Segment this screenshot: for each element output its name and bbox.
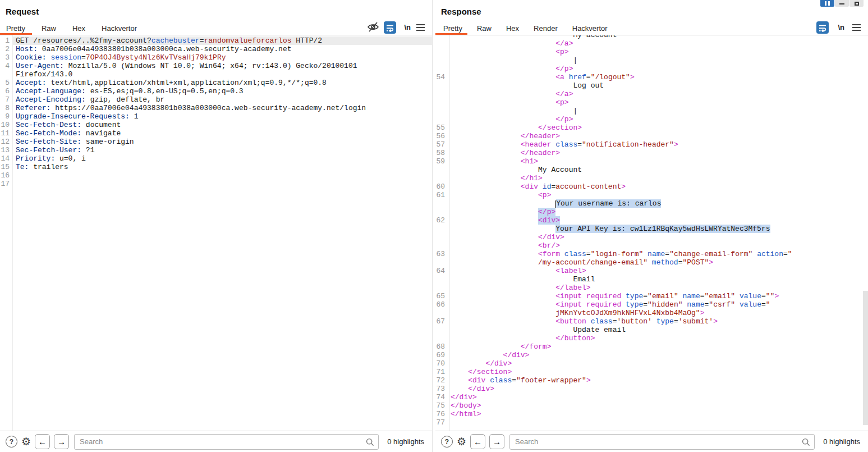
code-line[interactable]: 57 <header class="notification-header">	[435, 140, 868, 149]
word-wrap-toggle-icon[interactable]	[816, 21, 829, 34]
search-next-button[interactable]: →	[489, 434, 504, 449]
request-search-input[interactable]	[74, 434, 379, 450]
code-line[interactable]: 59 <h1>	[435, 157, 868, 166]
code-line[interactable]: </p>	[435, 115, 868, 124]
tab-pretty[interactable]: Pretty	[443, 24, 462, 33]
help-icon[interactable]: ?	[6, 436, 17, 448]
search-next-button[interactable]: →	[54, 434, 69, 449]
maximize-icon[interactable]	[849, 0, 864, 7]
code-line[interactable]: 11Sec-Fetch-Mode: navigate	[0, 129, 432, 138]
request-editor[interactable]: 1GET /resources/..%2fmy-account?cachebus…	[0, 35, 432, 431]
tab-render[interactable]: Render	[534, 24, 558, 33]
code-line[interactable]: 71 </section>	[435, 368, 868, 376]
code-line[interactable]: 60 <div id=account-content>	[435, 182, 868, 191]
code-line[interactable]: 54 <a href="/logout">	[435, 73, 868, 81]
search-prev-button[interactable]: ←	[470, 434, 485, 449]
code-line[interactable]: 9Upgrade-Insecure-Requests: 1	[0, 112, 432, 121]
code-line[interactable]: Email	[435, 275, 868, 284]
tab-raw[interactable]: Raw	[477, 24, 492, 33]
word-wrap-toggle-icon[interactable]	[384, 21, 396, 34]
code-line[interactable]: <br/>	[435, 241, 868, 250]
response-scrollbar-thumb[interactable]	[863, 291, 868, 425]
code-line[interactable]: </div>	[435, 233, 868, 241]
code-line[interactable]: 17	[0, 180, 432, 188]
code-line[interactable]: 7Accept-Encoding: gzip, deflate, br	[0, 95, 432, 104]
response-search-input[interactable]	[509, 434, 815, 450]
code-line[interactable]: 16	[0, 171, 432, 180]
code-line[interactable]: My Account	[435, 166, 868, 174]
help-icon[interactable]: ?	[441, 436, 453, 448]
code-line[interactable]: Log out	[435, 81, 868, 90]
code-line[interactable]: 64 <label>	[435, 267, 868, 275]
code-line[interactable]: 13Sec-Fetch-User: ?1	[0, 146, 432, 154]
code-line[interactable]: 58 </header>	[435, 149, 868, 157]
code-line[interactable]: 4User-Agent: Mozilla/5.0 (Windows NT 10.…	[0, 62, 432, 70]
tab-pretty[interactable]: Pretty	[6, 24, 25, 33]
pause-icon[interactable]	[820, 0, 834, 7]
code-line[interactable]: 77	[435, 418, 868, 427]
response-scrollbar[interactable]	[863, 35, 868, 431]
code-line[interactable]: 5Accept: text/html,application/xhtml+xml…	[0, 79, 432, 87]
code-line[interactable]: 61 <p>	[435, 191, 868, 199]
code-line[interactable]: 72 <div class="footer-wrapper">	[435, 376, 868, 385]
code-line[interactable]: 15Te: trailers	[0, 163, 432, 171]
code-line[interactable]: Firefox/143.0	[0, 70, 432, 79]
code-line[interactable]: 6Accept-Language: es-ES,es;q=0.8,en-US;q…	[0, 87, 432, 95]
code-line[interactable]: </label>	[435, 284, 868, 292]
code-line[interactable]: 75</body>	[435, 401, 868, 410]
code-line[interactable]: 67 <button class='button' type='submit'>	[435, 317, 868, 326]
tab-hackvertor[interactable]: Hackvertor	[572, 24, 608, 33]
code-line[interactable]: <p>	[435, 98, 868, 107]
code-line[interactable]: 12Sec-Fetch-Site: same-origin	[0, 138, 432, 146]
code-line[interactable]: 62 <div>	[435, 216, 868, 225]
code-line[interactable]: </h1>	[435, 174, 868, 182]
tab-hackvertor[interactable]: Hackvertor	[102, 24, 137, 33]
editor-menu-icon[interactable]	[852, 24, 861, 31]
code-line[interactable]: 56 </header>	[435, 132, 868, 140]
code-line[interactable]: Update email	[435, 326, 868, 334]
code-line[interactable]: 73 </div>	[435, 385, 868, 393]
code-line[interactable]: </a>	[435, 39, 868, 48]
code-line[interactable]: Your username is: carlos	[435, 199, 868, 208]
code-line[interactable]: Your API Key is: cw1Lz1RBqKay5wdHsLWRYat…	[435, 225, 868, 233]
code-line[interactable]: </a>	[435, 90, 868, 98]
tab-hex[interactable]: Hex	[506, 24, 519, 33]
code-line[interactable]: /my-account/change-email" method="POST">	[435, 258, 868, 267]
newline-chars-icon[interactable]: \n	[838, 23, 844, 31]
code-line[interactable]: </p>	[435, 208, 868, 216]
code-line[interactable]: |	[435, 56, 868, 65]
code-line[interactable]: 74</div>	[435, 393, 868, 401]
code-line[interactable]: 3Cookie: session=7OP4OJ4Bysty4Nlz6KvTVsa…	[0, 53, 432, 62]
code-line[interactable]: 66 <input required type="hidden" name="c…	[435, 300, 868, 309]
hide-nonprintable-icon[interactable]	[367, 21, 379, 35]
code-line[interactable]: 76</html>	[435, 410, 868, 418]
code-line[interactable]: <p>	[435, 48, 868, 56]
line-number	[435, 208, 449, 216]
code-line[interactable]: 1GET /resources/..%2fmy-account?cachebus…	[0, 36, 432, 45]
code-line[interactable]: 8Referer: https://0aa7006e04a49383801b03…	[0, 104, 432, 112]
search-settings-gear-icon[interactable]: ⚙	[21, 436, 31, 448]
code-line[interactable]: </button>	[435, 334, 868, 343]
code-line[interactable]: 14Priority: u=0, i	[0, 154, 432, 163]
editor-menu-icon[interactable]	[416, 24, 425, 31]
minimize-icon[interactable]	[835, 0, 849, 7]
search-settings-gear-icon[interactable]: ⚙	[457, 436, 466, 448]
code-line[interactable]: 70 </div>	[435, 359, 868, 368]
search-prev-button[interactable]: ←	[35, 434, 50, 449]
tab-hex[interactable]: Hex	[72, 24, 85, 33]
code-line[interactable]: </p>	[435, 65, 868, 73]
code-line[interactable]: 65 <input required type="email" name="em…	[435, 292, 868, 300]
code-line[interactable]: 2Host: 0aa7006e04a49383801b038a003000ca.…	[0, 45, 432, 53]
request-panel: Request PrettyRawHexHackvertor \n 1GET /…	[0, 0, 432, 452]
newline-chars-icon[interactable]: \n	[404, 23, 411, 31]
code-line[interactable]: 68 </form>	[435, 343, 868, 351]
response-editor[interactable]: My account </a> <p> | </p>54 <a href="/l…	[435, 35, 868, 431]
code-line[interactable]: 55 </section>	[435, 124, 868, 132]
code-line[interactable]: jMKnYvtcOJdXm9hkNHFVxL4Nxbb4MaOg">	[435, 309, 868, 317]
code-line[interactable]: 10Sec-Fetch-Dest: document	[0, 121, 432, 129]
code-line[interactable]: 63 <form class="login-form" name="change…	[435, 250, 868, 258]
tab-raw[interactable]: Raw	[42, 24, 56, 33]
code-line[interactable]: 69 </div>	[435, 351, 868, 359]
code-line[interactable]: My account	[435, 35, 868, 39]
code-line[interactable]: |	[435, 107, 868, 115]
